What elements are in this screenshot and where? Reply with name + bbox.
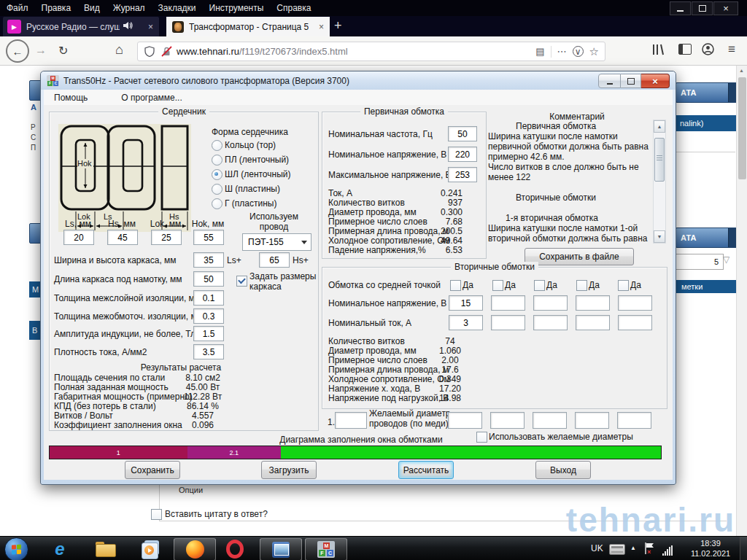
- desired-diameter-input-1[interactable]: [448, 412, 482, 429]
- current-density-input[interactable]: [193, 344, 224, 359]
- shield-icon[interactable]: [144, 46, 155, 57]
- shape-radio-shl[interactable]: [212, 169, 222, 180]
- save-button[interactable]: Сохранить: [125, 461, 180, 479]
- sec-voltage-input-5[interactable]: [618, 295, 652, 311]
- menu-help[interactable]: Справка: [270, 3, 317, 13]
- window-minimize-button[interactable]: [670, 1, 691, 15]
- insert-quote-checkbox[interactable]: [151, 509, 162, 520]
- dialog-close-button[interactable]: ×: [641, 74, 670, 88]
- permalink-fragment[interactable]: nalink): [676, 115, 740, 131]
- speaker-icon[interactable]: [123, 21, 133, 32]
- shape-radio-label[interactable]: ПЛ (ленточный): [225, 155, 289, 165]
- hs-input[interactable]: [107, 230, 138, 245]
- midpoint-checkbox[interactable]: [534, 280, 545, 291]
- clock[interactable]: 18:39 11.02.2021: [684, 538, 737, 559]
- language-indicator[interactable]: UK: [591, 543, 603, 553]
- midpoint-checkbox[interactable]: [450, 280, 461, 291]
- sec-voltage-input-2[interactable]: [491, 295, 525, 311]
- layer-insulation-input[interactable]: [193, 290, 224, 306]
- shape-radio-label[interactable]: Кольцо (тор): [225, 140, 276, 150]
- keyboard-icon[interactable]: [609, 544, 625, 555]
- menu-help-item[interactable]: Помощь: [44, 93, 98, 103]
- page-actions-icon[interactable]: ⋯: [557, 46, 567, 57]
- tab-radio[interactable]: ▶ Русское Радио — слушать ×: [3, 17, 159, 36]
- exit-button[interactable]: Выход: [535, 461, 591, 479]
- menu-edit[interactable]: Правка: [35, 3, 78, 13]
- menu-view[interactable]: Вид: [77, 3, 107, 13]
- taskbar-firefox-icon[interactable]: [174, 538, 216, 560]
- shape-radio-ring[interactable]: [212, 140, 222, 151]
- home-button[interactable]: ⌂: [115, 42, 123, 58]
- quote-button-fragment[interactable]: АТА: [676, 82, 741, 103]
- nominal-voltage-input[interactable]: [448, 147, 477, 162]
- insecure-lock-icon[interactable]: [161, 46, 172, 57]
- desired-diameter-input-4[interactable]: [575, 412, 609, 429]
- library-icon[interactable]: [652, 44, 665, 58]
- scrollbar-thumb[interactable]: [654, 138, 665, 182]
- sec-current-input-5[interactable]: [618, 315, 652, 330]
- scroll-up-icon[interactable]: ▲: [739, 68, 744, 73]
- wire-type-dropdown[interactable]: ПЭТ-155: [242, 233, 311, 251]
- new-tab-button[interactable]: +: [334, 18, 342, 34]
- url-bar[interactable]: www.tehnari.ru/f119/t270673/index5.html …: [137, 42, 605, 61]
- shape-radio-g[interactable]: [212, 198, 222, 209]
- hok-input[interactable]: [193, 230, 224, 245]
- tab-close-icon[interactable]: ×: [148, 22, 153, 32]
- desired-diameter-input-3[interactable]: [533, 412, 567, 429]
- tags-link-fragment[interactable]: метки: [676, 280, 741, 293]
- sec-voltage-input-1[interactable]: [449, 295, 483, 311]
- sec-voltage-input-3[interactable]: [533, 295, 568, 311]
- menu-history[interactable]: Журнал: [107, 3, 152, 13]
- induction-input[interactable]: [193, 326, 224, 341]
- page-scrollbar[interactable]: ▲: [736, 65, 747, 536]
- network-signal-icon[interactable]: [662, 545, 673, 556]
- sec-current-input-1[interactable]: [449, 315, 483, 330]
- frequency-input[interactable]: [448, 126, 477, 141]
- reload-button[interactable]: ↻: [58, 44, 68, 58]
- reader-mode-icon[interactable]: ▤: [535, 46, 544, 57]
- back-button[interactable]: ←: [6, 39, 29, 63]
- scroll-up-icon[interactable]: ▲: [654, 120, 665, 133]
- dialog-maximize-button[interactable]: [621, 74, 641, 88]
- menu-tools[interactable]: Инструменты: [203, 3, 271, 13]
- sec-current-input-4[interactable]: [576, 315, 610, 330]
- sec-voltage-input-4[interactable]: [576, 295, 610, 311]
- account-icon[interactable]: [702, 43, 714, 58]
- sidebars-icon[interactable]: [678, 44, 692, 55]
- frame-length-input[interactable]: [193, 271, 224, 287]
- frame-width-input[interactable]: [193, 252, 224, 268]
- scrollbar-thumb[interactable]: [738, 77, 746, 179]
- dialog-titlebar[interactable]: M F C Trans50Hz - Расчет сетевого силово…: [41, 71, 676, 90]
- calculate-button[interactable]: Рассчитать: [398, 461, 454, 479]
- load-button[interactable]: Загрузить: [261, 461, 317, 479]
- comment-scrollbar[interactable]: ▲ ▼: [653, 120, 666, 244]
- frame-height-input[interactable]: [259, 252, 290, 268]
- midpoint-checkbox[interactable]: [618, 280, 629, 291]
- desired-diameter-input-5[interactable]: [617, 412, 651, 429]
- bookmark-star-icon[interactable]: ☆: [589, 45, 599, 58]
- taskbar-ie-icon[interactable]: e: [45, 538, 74, 559]
- midpoint-checkbox[interactable]: [576, 280, 587, 291]
- start-button[interactable]: [4, 537, 28, 560]
- quote-button-fragment[interactable]: АТА: [676, 228, 741, 248]
- tray-expand-icon[interactable]: ▲: [630, 545, 636, 551]
- taskbar-mfc-app-icon[interactable]: MFC: [305, 538, 347, 560]
- taskbar-photo-viewer-icon[interactable]: [260, 538, 302, 560]
- shape-radio-label[interactable]: ШЛ (ленточный): [225, 169, 290, 179]
- taskbar-explorer-icon[interactable]: [90, 538, 120, 559]
- menu-bookmarks[interactable]: Закладки: [152, 3, 203, 13]
- sec-current-input-2[interactable]: [491, 315, 525, 330]
- window-close-button[interactable]: ×: [713, 1, 738, 15]
- desired-diameter-input-2[interactable]: [490, 412, 525, 429]
- menu-about-item[interactable]: О программе...: [111, 93, 192, 103]
- tab-transformer[interactable]: Трансформатор - Страница 5 ×: [166, 17, 330, 36]
- scroll-down-icon[interactable]: ▼: [654, 230, 665, 243]
- lok-input[interactable]: [151, 230, 182, 245]
- taskbar-opera-icon[interactable]: [219, 538, 251, 559]
- midpoint-checkbox[interactable]: [492, 280, 503, 291]
- taskbar-wmp-icon[interactable]: [136, 538, 165, 559]
- shape-radio-label[interactable]: Г (пластины): [225, 198, 276, 209]
- desired-diameter-input-0[interactable]: [335, 412, 367, 429]
- page-dropdown-icon[interactable]: ▽: [723, 254, 729, 265]
- action-center-flag-icon[interactable]: ×: [643, 542, 655, 558]
